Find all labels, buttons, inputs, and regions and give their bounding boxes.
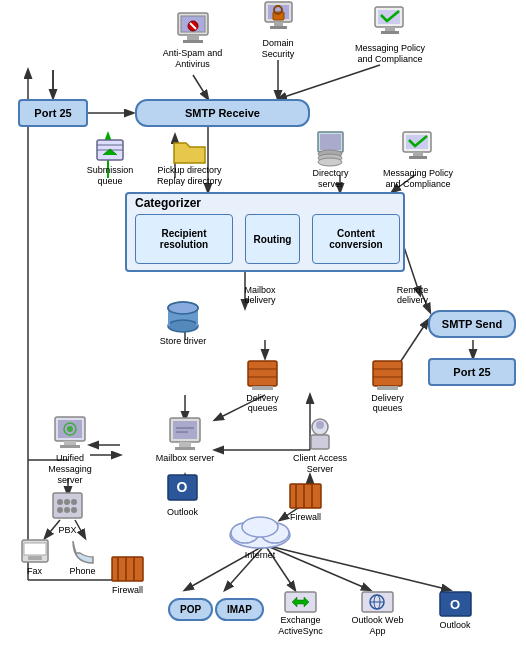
svg-rect-100 [53, 493, 82, 518]
svg-point-124 [242, 517, 278, 537]
firewall-bottom-left-label: Firewall [100, 585, 155, 595]
svg-rect-70 [413, 152, 423, 156]
smtp-send-label: SMTP Send [442, 318, 502, 330]
smtp-send-box: SMTP Send [428, 310, 516, 338]
directory-server-label: Directory server [303, 168, 358, 190]
pbx-group: PBX [40, 490, 95, 535]
unified-messaging-group: Unified Messaging server [35, 415, 105, 485]
svg-rect-59 [381, 31, 399, 34]
routing-box: Routing [245, 214, 300, 264]
submission-queue-label: Submission queue [80, 165, 140, 187]
store-driver-group: Store driver [153, 298, 213, 346]
submission-queue-group: Submission queue [80, 135, 140, 187]
pbx-label: PBX [40, 525, 95, 535]
svg-rect-117 [290, 484, 321, 508]
internet-group: Internet [220, 515, 300, 560]
outlook-mid-group: O Outlook [155, 472, 210, 517]
messaging-policy-mid-label: Messaging Policy and Compliance [378, 168, 458, 190]
svg-rect-47 [183, 40, 203, 43]
svg-rect-82 [373, 361, 402, 386]
svg-point-106 [71, 507, 77, 513]
port-25-out-box: Port 25 [428, 358, 516, 386]
svg-point-115 [316, 421, 324, 429]
svg-point-101 [57, 499, 63, 505]
svg-line-6 [193, 75, 208, 99]
svg-rect-53 [270, 26, 287, 29]
svg-rect-108 [24, 543, 46, 555]
svg-rect-58 [385, 27, 395, 31]
svg-rect-94 [64, 441, 76, 445]
svg-rect-109 [28, 556, 42, 560]
svg-point-103 [71, 499, 77, 505]
antispam-icon-group: Anti-Spam and Antivirus [155, 8, 230, 70]
messaging-policy-top-label: Messaging Policy and Compliance [350, 43, 430, 65]
svg-rect-89 [175, 447, 195, 450]
delivery-queues-left-label: Delivery queues [235, 393, 290, 413]
svg-point-67 [318, 158, 342, 166]
svg-point-102 [64, 499, 70, 505]
svg-rect-52 [274, 22, 283, 26]
mailbox-server-group: Mailbox server [155, 415, 215, 463]
svg-text:O: O [449, 597, 459, 612]
svg-rect-88 [179, 442, 191, 447]
exchange-activesync-label: Exchange ActiveSync [268, 615, 333, 637]
port-25-in-label: Port 25 [34, 107, 71, 119]
svg-line-8 [278, 65, 380, 99]
svg-point-105 [64, 507, 70, 513]
smtp-receive-label: SMTP Receive [185, 107, 260, 119]
client-access-server-label: Client Access Server [285, 453, 355, 475]
delivery-queues-right-group: Delivery queues [360, 358, 415, 413]
pickup-directory-label: Pickup directory Replay directory [152, 165, 227, 187]
phone-group: Phone [60, 538, 105, 576]
antispam-label: Anti-Spam and Antivirus [155, 48, 230, 70]
outlook-web-app-label: Outlook Web App [345, 615, 410, 637]
svg-rect-46 [187, 35, 199, 40]
domain-security-group: Domain Security [248, 0, 308, 60]
svg-rect-71 [409, 156, 427, 159]
pop-group: POP [168, 598, 213, 621]
content-conversion-label: Content conversion [313, 228, 399, 250]
svg-point-74 [168, 320, 198, 332]
outlook-mid-label: Outlook [155, 507, 210, 517]
exchange-activesync-group: Exchange ActiveSync [268, 590, 333, 637]
svg-rect-78 [248, 361, 277, 386]
content-conversion-box: Content conversion [312, 214, 400, 264]
imap-box: IMAP [215, 598, 264, 621]
svg-point-104 [57, 507, 63, 513]
fax-label: Fax [12, 566, 57, 576]
directory-server-group: Directory server [303, 130, 358, 190]
pop-label: POP [180, 604, 201, 615]
svg-point-97 [67, 426, 73, 432]
mailbox-server-label: Mailbox server [155, 453, 215, 463]
delivery-queues-left-group: Delivery queues [235, 358, 290, 413]
pickup-directory-group: Pickup directory Replay directory [152, 135, 227, 187]
unified-messaging-label: Unified Messaging server [35, 453, 105, 485]
svg-rect-64 [320, 134, 341, 150]
messaging-policy-mid-group: Messaging Policy and Compliance [378, 130, 458, 190]
svg-rect-116 [311, 435, 329, 449]
svg-rect-85 [377, 386, 398, 390]
port-25-out-label: Port 25 [453, 366, 490, 378]
internet-label: Internet [220, 550, 300, 560]
smtp-receive-box: SMTP Receive [135, 99, 310, 127]
port-25-in-box: Port 25 [18, 99, 88, 127]
routing-label: Routing [254, 234, 292, 245]
phone-label: Phone [60, 566, 105, 576]
svg-point-77 [168, 302, 198, 314]
imap-label: IMAP [227, 604, 252, 615]
categorizer-container: Categorizer Recipient resolution Routing… [125, 192, 405, 272]
imap-group: IMAP [215, 598, 264, 621]
mailbox-delivery-label: Mailbox delivery [230, 285, 290, 305]
outlook-bottom-label: Outlook [430, 620, 480, 630]
svg-rect-87 [173, 421, 197, 439]
recipient-resolution-label: Recipient resolution [136, 228, 232, 250]
fax-group: Fax [12, 538, 57, 576]
firewall-bottom-left-group: Firewall [100, 555, 155, 595]
diagram: Port 25 SMTP Receive Categorizer Recipie… [0, 0, 526, 652]
categorizer-label: Categorizer [135, 196, 201, 210]
pop-box: POP [168, 598, 213, 621]
svg-rect-110 [112, 557, 143, 581]
svg-text:O: O [177, 479, 188, 495]
outlook-web-app-group: Outlook Web App [345, 590, 410, 637]
recipient-resolution-box: Recipient resolution [135, 214, 233, 264]
